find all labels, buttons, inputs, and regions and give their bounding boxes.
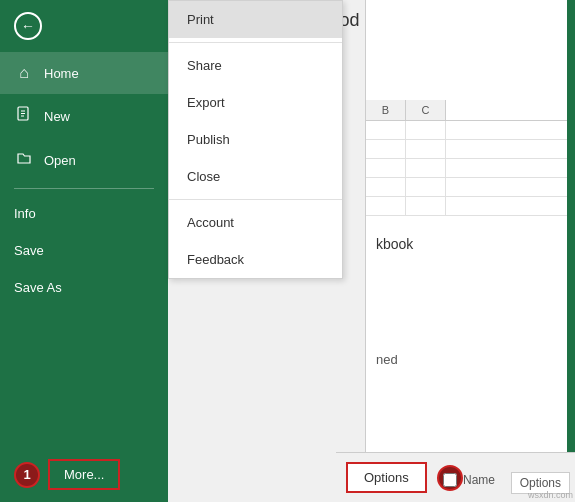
grid-cell-c1 [406, 121, 446, 139]
menu-item-print[interactable]: Print [169, 1, 342, 38]
col-header-b: B [366, 100, 406, 120]
home-icon: ⌂ [14, 64, 34, 82]
menu-item-share[interactable]: Share [169, 47, 342, 84]
sidebar: ← ⌂ Home New Open Info Save Save [0, 0, 168, 502]
new-icon [14, 106, 34, 126]
sidebar-item-info[interactable]: Info [0, 195, 168, 232]
menu-panel: Print Share Export Publish Close Account… [168, 0, 343, 279]
grid-row-2 [366, 140, 575, 159]
menu-item-publish[interactable]: Publish [169, 121, 342, 158]
grid-cell-c5 [406, 197, 446, 215]
sidebar-home-label: Home [44, 66, 79, 81]
grid-cell-c4 [406, 178, 446, 196]
spreadsheet-background: B C kbook ned [365, 0, 575, 502]
sidebar-save-as-label: Save As [14, 280, 62, 295]
sidebar-divider-1 [14, 188, 154, 189]
grid-cell-c3 [406, 159, 446, 177]
grid-cell-b4 [366, 178, 406, 196]
grid-row-5 [366, 197, 575, 216]
grid-cell-b1 [366, 121, 406, 139]
sidebar-item-new[interactable]: New [0, 94, 168, 138]
grid-cell-c2 [406, 140, 446, 158]
menu-divider-2 [169, 199, 342, 200]
options-button[interactable]: Options [346, 462, 427, 493]
open-icon [14, 150, 34, 170]
grid-cell-b5 [366, 197, 406, 215]
sidebar-info-label: Info [14, 206, 36, 221]
recently-opened-label: ned [366, 342, 575, 377]
watermark: wsxdn.com [528, 490, 573, 500]
main-area: Good evening B C kbook [168, 0, 575, 502]
grid-header-row: B C [366, 100, 575, 121]
col-header-c: C [406, 100, 446, 120]
menu-item-feedback[interactable]: Feedback [169, 241, 342, 278]
sidebar-new-label: New [44, 109, 70, 124]
sidebar-item-save-as[interactable]: Save As [0, 269, 168, 306]
sidebar-bottom: 1 More... [0, 447, 168, 502]
menu-divider-1 [169, 42, 342, 43]
more-button-row: 1 More... [0, 447, 168, 502]
grid-row-4 [366, 178, 575, 197]
badge-1: 1 [14, 462, 40, 488]
back-button[interactable]: ← [0, 0, 168, 52]
grid-row-3 [366, 159, 575, 178]
sidebar-open-label: Open [44, 153, 76, 168]
menu-item-close[interactable]: Close [169, 158, 342, 195]
more-button[interactable]: More... [48, 459, 120, 490]
back-icon: ← [14, 12, 42, 40]
name-label: Name [463, 473, 495, 487]
sidebar-item-open[interactable]: Open [0, 138, 168, 182]
grid-cell-b3 [366, 159, 406, 177]
sidebar-item-save[interactable]: Save [0, 232, 168, 269]
grid-cell-b2 [366, 140, 406, 158]
name-checkbox[interactable] [443, 473, 457, 487]
sidebar-item-home[interactable]: ⌂ Home [0, 52, 168, 94]
grid-row-1 [366, 121, 575, 140]
sidebar-save-label: Save [14, 243, 44, 258]
green-accent-bar [567, 0, 575, 502]
menu-item-account[interactable]: Account [169, 204, 342, 241]
workbook-label: kbook [366, 226, 575, 262]
menu-item-export[interactable]: Export [169, 84, 342, 121]
